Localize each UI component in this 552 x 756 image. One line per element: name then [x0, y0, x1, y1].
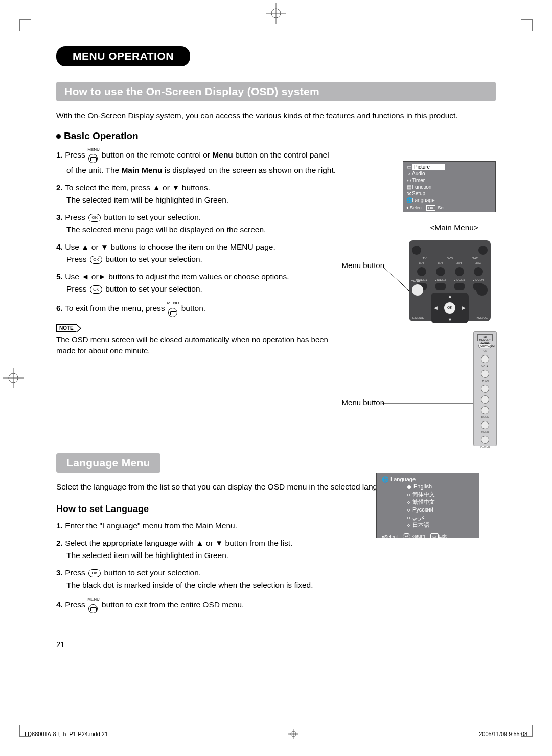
registration-mark-icon [3, 368, 24, 388]
section-bar-language: Language Menu [56, 453, 160, 473]
function-icon: ▤ [406, 184, 412, 190]
basic-operation-label: Basic Operation [64, 130, 139, 141]
page-content: MENU OPERATION How to use the On-Screen … [56, 46, 496, 614]
manual-page: MENU OPERATION How to use the On-Screen … [0, 0, 552, 756]
intro-text: With the On-Screen Display system, you c… [56, 110, 496, 121]
audio-icon: ♪ [406, 170, 412, 177]
lang-step-4: 4. Press MENU button to exit from the en… [56, 596, 342, 614]
menu-tiny-label: MENU [167, 300, 179, 306]
callout-line [382, 266, 409, 291]
note-text: The OSD menu screen will be closed autom… [56, 334, 342, 357]
lang-step-1: 1. Enter the "Language" menu from the Ma… [56, 520, 342, 532]
crop-mark [19, 19, 31, 31]
right-arrow-icon: ▶ [462, 305, 466, 310]
page-number: 21 [56, 640, 65, 649]
lang-opt-jp: 日本語 [412, 522, 429, 528]
panel-menu-button [481, 436, 489, 444]
basic-operation-heading: Basic Operation [56, 130, 496, 142]
radio-selected-icon [407, 485, 411, 489]
page-footer: LD8800TA-8ｔｈ-P1-P24.indd 21 2005/11/09 9… [19, 726, 533, 740]
menu-button-icon [88, 604, 98, 613]
remote-menu-button [412, 284, 423, 296]
osd-item-function: Function [412, 184, 431, 190]
lang-opt-sc: 简体中文 [412, 491, 435, 497]
radio-empty-icon [407, 509, 410, 512]
timer-icon: ⏲ [406, 177, 412, 184]
lang-opt-ru: Русский [412, 506, 433, 513]
radio-empty-icon [407, 494, 410, 496]
exit-icon: ▭ [430, 533, 439, 539]
step-6: 6. To exit from the menu, press MENU but… [56, 300, 342, 318]
osd-lang-title: Language [390, 476, 416, 482]
front-panel: SD MEMORY CARD PUSH=EJECT OK CH ▲ ▼ CH B… [473, 331, 497, 446]
osd-language-menu: 🌐 Language English 简体中文 繁體中文 Русский عرب… [376, 473, 479, 538]
step-5: 5. Use ◄ or► buttons to adjust the item … [56, 271, 342, 295]
crop-mark [521, 19, 533, 31]
osd-item-language: Language [412, 197, 435, 203]
ok-button-icon: OK [88, 214, 101, 222]
menu-button-icon [88, 154, 98, 163]
radio-empty-icon [407, 517, 410, 519]
left-arrow-icon: ◀ [434, 305, 438, 310]
menu-button-callout: Menu button [342, 261, 384, 270]
ok-button-icon: OK [90, 285, 102, 294]
return-icon: ↩ [403, 533, 410, 539]
lang-step-3: 3. Press OK button to set your selection… [56, 567, 342, 591]
language-icon: 🌐 [406, 197, 412, 204]
registration-mark-icon [288, 728, 299, 740]
step-4: 4. Use ▲ or ▼ buttons to choose the item… [56, 241, 342, 265]
svg-line-6 [382, 266, 409, 291]
menu-tiny-label: MENU [87, 147, 100, 153]
lang-step-2: 2. Select the appropriate language with … [56, 537, 342, 562]
mute-icon [478, 246, 488, 255]
osd-item-picture: Picture [412, 164, 445, 170]
osd-main-menu: ▭Picture ♪Audio ⏲Timer ▤Function ⚒Setup … [403, 161, 496, 212]
ok-button-icon: OK [90, 256, 102, 264]
osd-item-audio: Audio [412, 171, 425, 176]
step-2: 2. To select the item, press ▲ or ▼ butt… [56, 182, 342, 206]
lang-opt-tc: 繁體中文 [412, 499, 435, 505]
note-label: NOTE [56, 324, 77, 332]
section-bar-osd: How to use the On-Screen Display (OSD) s… [56, 82, 496, 101]
up-arrow-icon: ▲ [448, 294, 452, 299]
menu-button-icon [168, 308, 177, 317]
remote-control: TVDVDSAT AV1AV2AV3AV4 VIDEO1VIDEO2VIDEO3… [409, 240, 491, 321]
remote-info-button [476, 284, 488, 296]
lang-opt-english: English [413, 483, 432, 490]
updown-icon: ♦ [406, 205, 409, 210]
callout-line [382, 403, 473, 404]
ok-button-icon: OK [88, 569, 101, 577]
footer-file: LD8800TA-8ｔｈ-P1-P24.indd 21 [25, 730, 108, 738]
main-menu-caption: <Main Menu> [430, 223, 478, 232]
power-icon [412, 246, 421, 255]
eject-button: PUSH=EJECT [478, 343, 492, 348]
menu-button-callout-panel: Menu button [342, 398, 384, 407]
step-1: 1. Press MENU button on the remote contr… [56, 147, 342, 176]
sd-card-slot: SD MEMORY CARD [477, 334, 493, 341]
picture-icon: ▭ [406, 164, 412, 170]
osd-item-timer: Timer [412, 177, 425, 183]
panel-ok-button [481, 355, 489, 363]
lang-opt-ar: عربي [412, 514, 425, 520]
section-pill: MENU OPERATION [56, 46, 190, 66]
remote-ok-button: OK [444, 302, 455, 314]
registration-mark-icon [266, 3, 286, 24]
osd-item-setup: Setup [412, 191, 425, 196]
remote-menu-label: MENU [411, 279, 420, 282]
setup-icon: ⚒ [406, 190, 412, 197]
step-3: 3. Press OK button to set your selection… [56, 211, 342, 236]
footer-date: 2005/11/09 9:55:08 [479, 731, 527, 737]
globe-icon: 🌐 [382, 476, 389, 482]
radio-empty-icon [407, 524, 410, 527]
radio-empty-icon [407, 501, 410, 504]
